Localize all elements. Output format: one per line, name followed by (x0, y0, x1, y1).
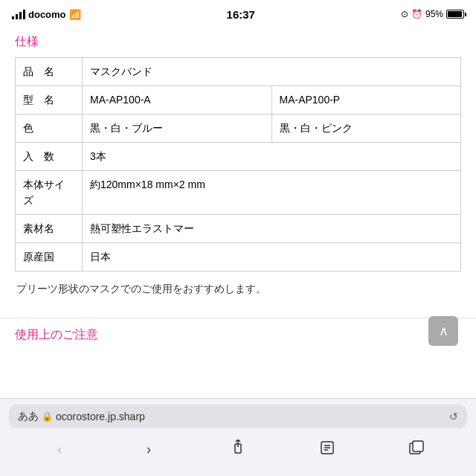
table-label: 入 数 (16, 143, 83, 171)
table-row: 素材名 熱可塑性エラストマー (16, 215, 461, 243)
reload-icon[interactable]: ↺ (449, 411, 458, 422)
table-value: MA-AP100-P (271, 86, 461, 115)
table-value: 3本 (83, 143, 461, 171)
url-display: ocorostore.jp.sharp (56, 411, 445, 422)
battery-percent: 95% (425, 9, 443, 19)
status-right: ⊙ ⏰ 95% (401, 9, 464, 19)
table-value: 黒・白・ピンク (271, 115, 461, 143)
bookmarks-button[interactable] (311, 437, 344, 461)
browser-area: ああ 🔒 ocorostore.jp.sharp ↺ ‹ › (0, 398, 476, 476)
table-label: 色 (16, 115, 83, 143)
table-label: 品 名 (16, 58, 83, 86)
bookmarks-icon (320, 440, 335, 459)
table-label: 本体サイズ (16, 171, 83, 215)
lock-icon: 🔒 (42, 411, 53, 422)
back-button[interactable]: ‹ (43, 437, 76, 461)
svg-rect-6 (413, 441, 423, 451)
table-label: 素材名 (16, 215, 83, 243)
share-button[interactable] (222, 437, 254, 461)
table-label: 型 名 (16, 86, 83, 115)
battery-icon (446, 10, 464, 19)
table-value: 日本 (83, 243, 461, 271)
clock-icon: ⏰ (411, 9, 422, 19)
forward-icon: › (147, 442, 151, 457)
spec-section-title: 仕様 (15, 34, 461, 50)
url-bar[interactable]: ああ 🔒 ocorostore.jp.sharp ↺ (9, 405, 467, 428)
status-bar: docomo 📶 16:37 ⊙ ⏰ 95% (0, 0, 476, 27)
back-icon: ‹ (57, 442, 62, 457)
table-row: 本体サイズ 約120mm×18 mm×2 mm (16, 171, 461, 215)
table-row: 原産国 日本 (16, 243, 461, 271)
table-value: 約120mm×18 mm×2 mm (83, 171, 461, 215)
tabs-icon (409, 440, 424, 459)
main-content: 仕様 品 名 マスクバンド 型 名 MA-AP100-A MA-AP100-P … (0, 27, 476, 318)
status-left: docomo 📶 (12, 9, 81, 20)
table-row: 品 名 マスクバンド (16, 58, 461, 86)
carrier-label: docomo (28, 9, 66, 20)
tabs-button[interactable] (400, 437, 433, 461)
table-value: マスクバンド (83, 58, 461, 86)
spec-table: 品 名 マスクバンド 型 名 MA-AP100-A MA-AP100-P 色 黒… (15, 57, 461, 271)
spec-description: プリーツ形状のマスクでのご使用をおすすめします。 (15, 280, 461, 298)
table-row: 入 数 3本 (16, 143, 461, 171)
wifi-icon: 📶 (69, 9, 81, 20)
browser-nav: ‹ › (0, 433, 476, 476)
signal-icon (12, 9, 25, 19)
alarm-icon: ⊙ (401, 9, 408, 19)
chevron-up-icon: ∧ (439, 323, 448, 339)
table-value: MA-AP100-A (83, 86, 272, 115)
time-display: 16:37 (227, 8, 255, 21)
table-label: 原産国 (16, 243, 83, 271)
forward-button[interactable]: › (132, 437, 165, 461)
table-row: 型 名 MA-AP100-A MA-AP100-P (16, 86, 461, 115)
aa-label: ああ (18, 410, 39, 423)
share-icon (231, 440, 245, 460)
table-row: 色 黒・白・ブルー 黒・白・ピンク (16, 115, 461, 143)
scroll-top-button[interactable]: ∧ (428, 316, 458, 346)
table-value: 熱可塑性エラストマー (83, 215, 461, 243)
url-text-group: ああ 🔒 ocorostore.jp.sharp (18, 410, 445, 423)
table-value: 黒・白・ブルー (83, 115, 272, 143)
notice-section-title: 使用上のご注意 (0, 318, 476, 346)
